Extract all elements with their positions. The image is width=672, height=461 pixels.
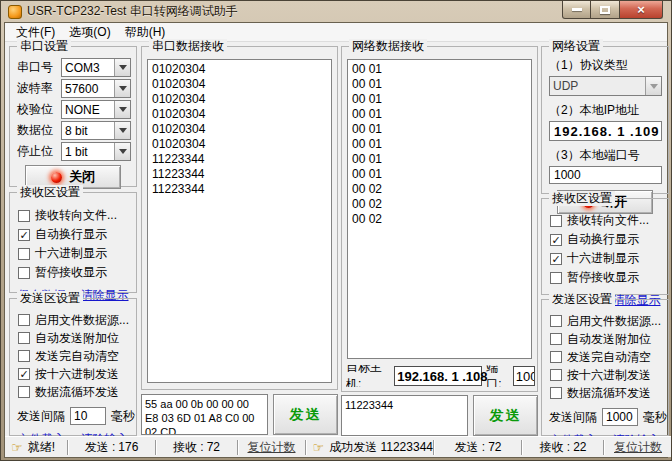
minimize-icon xyxy=(572,8,582,11)
checkbox[interactable]: ✓ xyxy=(18,229,30,241)
network-receive-area[interactable]: 00 01 00 01 00 01 00 01 00 01 00 01 00 0… xyxy=(347,59,532,359)
local-ip-input[interactable]: 192.168. 1 .109 xyxy=(549,121,662,141)
checkbox-row[interactable]: ✓ 按十六进制发送 xyxy=(18,365,136,383)
minimize-button[interactable] xyxy=(562,1,591,19)
chevron-down-icon[interactable] xyxy=(114,59,130,76)
checkbox-row[interactable]: 发送完自动清空 xyxy=(550,348,668,366)
baud-rate-label: 波特率 xyxy=(17,80,61,97)
checkbox-row[interactable]: 数据流循环发送 xyxy=(18,383,136,401)
serial-recv-settings-group: 接收区设置 接收转向文件... ✓ 自动换行显示 十六进制显示 暂停接收显示 xyxy=(9,192,137,293)
send-interval-input[interactable]: 1000 xyxy=(602,408,638,426)
network-send-settings-group: 发送区设置 启用文件数据源... 自动发送附加位 发送完自动清空 按十六进制发送 xyxy=(541,299,669,436)
checkbox-label: 按十六进制发送 xyxy=(35,366,119,383)
checkbox[interactable] xyxy=(18,350,30,362)
checkbox[interactable] xyxy=(18,386,30,398)
checkbox[interactable] xyxy=(18,248,30,260)
checkbox-row[interactable]: 发送完自动清空 xyxy=(18,347,136,365)
checkbox[interactable] xyxy=(18,210,30,222)
checkbox-row[interactable]: 启用文件数据源... xyxy=(18,311,136,329)
checkbox-label: 自动换行显示 xyxy=(35,226,107,243)
window-title: USR-TCP232-Test 串口转网络调试助手 xyxy=(27,3,238,20)
chevron-down-icon[interactable] xyxy=(114,143,130,160)
checkbox-row[interactable]: 启用文件数据源... xyxy=(550,312,668,330)
checkbox-row[interactable]: 按十六进制发送 xyxy=(550,366,668,384)
network-data-group: 网络数据接收 00 01 00 01 00 01 00 01 00 01 00 … xyxy=(341,46,538,392)
checkbox[interactable] xyxy=(18,314,30,326)
checkbox-row[interactable]: ✓ 自动换行显示 xyxy=(550,230,668,249)
group-title: 网络设置 xyxy=(549,39,603,54)
com-port-value: COM3 xyxy=(62,59,114,76)
serial-recv-count: 72 xyxy=(207,440,220,454)
network-send-input[interactable]: 11223344 xyxy=(341,395,468,436)
chevron-down-icon[interactable] xyxy=(114,80,130,97)
parity-select[interactable]: NONE xyxy=(61,100,131,119)
network-send-button[interactable]: 发送 xyxy=(473,395,538,436)
checkbox-label: 十六进制显示 xyxy=(35,245,107,262)
checkbox-row[interactable]: 数据流循环发送 xyxy=(550,384,668,402)
com-port-label: 串口号 xyxy=(17,59,61,76)
protocol-select[interactable]: UDP xyxy=(549,76,662,96)
chevron-down-icon xyxy=(645,77,661,95)
checkbox[interactable] xyxy=(550,315,562,327)
app-window: USR-TCP232-Test 串口转网络调试助手 × 文件(F) 选项(O) … xyxy=(0,0,672,461)
checkbox[interactable]: ✓ xyxy=(18,368,30,380)
checkbox[interactable] xyxy=(18,267,30,279)
checkbox[interactable] xyxy=(550,387,562,399)
serial-receive-area[interactable]: 01020304 01020304 01020304 01020304 0102… xyxy=(147,59,332,383)
target-port-label: 端口: xyxy=(486,365,511,387)
checkbox-row[interactable]: ✓ 十六进制显示 xyxy=(550,249,668,268)
serial-sent-label: 发送 : xyxy=(85,439,116,456)
checkbox[interactable] xyxy=(550,215,562,227)
stop-bits-select[interactable]: 1 bit xyxy=(61,142,131,161)
checkbox-row[interactable]: 十六进制显示 xyxy=(18,244,136,263)
serial-reset-count-link[interactable]: 复位计数 xyxy=(248,439,296,456)
stop-bits-value: 1 bit xyxy=(62,143,114,160)
serial-send-button[interactable]: 发送 xyxy=(273,394,338,435)
checkbox[interactable] xyxy=(550,272,562,284)
serial-sent-count: 176 xyxy=(118,440,138,454)
close-button[interactable]: × xyxy=(620,1,663,19)
send-interval-label: 发送间隔 xyxy=(17,408,65,425)
checkbox[interactable] xyxy=(550,351,562,363)
target-port-input[interactable]: 1000 xyxy=(513,366,535,386)
data-bits-select[interactable]: 8 bit xyxy=(61,121,131,140)
maximize-button[interactable] xyxy=(591,1,620,19)
checkbox-label: 启用文件数据源... xyxy=(35,312,129,329)
local-port-input[interactable]: 1000 xyxy=(549,166,662,184)
checkbox-row[interactable]: 自动发送附加位 xyxy=(18,329,136,347)
network-recv-label: 接收 : xyxy=(539,439,570,456)
chevron-down-icon[interactable] xyxy=(114,101,130,118)
parity-label: 校验位 xyxy=(17,101,61,118)
serial-send-input[interactable]: 55 aa 00 0b 00 00 00 E8 03 6D 01 A8 C0 0… xyxy=(141,394,268,435)
baud-rate-select[interactable]: 57600 xyxy=(61,79,131,98)
checkbox-row[interactable]: 接收转向文件... xyxy=(550,211,668,230)
checkbox-label: 数据流循环发送 xyxy=(35,384,119,401)
checkbox-label: 十六进制显示 xyxy=(567,250,639,267)
protocol-value: UDP xyxy=(550,77,645,95)
send-interval-label: 发送间隔 xyxy=(549,409,597,426)
serial-send-settings-group: 发送区设置 启用文件数据源... 自动发送附加位 发送完自动清空 ✓ 按十六进制… xyxy=(9,298,137,436)
checkbox-label: 自动发送附加位 xyxy=(567,331,651,348)
checkbox-label: 自动发送附加位 xyxy=(35,330,119,347)
com-port-select[interactable]: COM3 xyxy=(61,58,131,77)
checkbox[interactable] xyxy=(18,332,30,344)
checkbox-label: 发送完自动清空 xyxy=(567,349,651,366)
target-host-input[interactable]: 192.168. 1 .108 xyxy=(394,366,482,386)
group-title: 接收区设置 xyxy=(549,191,615,206)
checkbox-row[interactable]: 暂停接收显示 xyxy=(18,263,136,282)
checkbox[interactable]: ✓ xyxy=(550,234,562,246)
checkbox[interactable] xyxy=(550,369,562,381)
checkbox-row[interactable]: 自动发送附加位 xyxy=(550,330,668,348)
checkbox-row[interactable]: 接收转向文件... xyxy=(18,206,136,225)
baud-rate-value: 57600 xyxy=(62,80,114,97)
chevron-down-icon[interactable] xyxy=(114,122,130,139)
send-interval-input[interactable]: 10 xyxy=(70,407,106,425)
checkbox-row[interactable]: ✓ 自动换行显示 xyxy=(18,225,136,244)
serial-recv-label: 接收 : xyxy=(173,439,204,456)
checkbox[interactable]: ✓ xyxy=(550,253,562,265)
checkbox[interactable] xyxy=(550,333,562,345)
network-reset-count-link[interactable]: 复位计数 xyxy=(614,439,662,456)
serial-data-group: 串口数据接收 01020304 01020304 01020304 010203… xyxy=(141,46,338,390)
checkbox-row[interactable]: 暂停接收显示 xyxy=(550,268,668,287)
checkbox-label: 发送完自动清空 xyxy=(35,348,119,365)
